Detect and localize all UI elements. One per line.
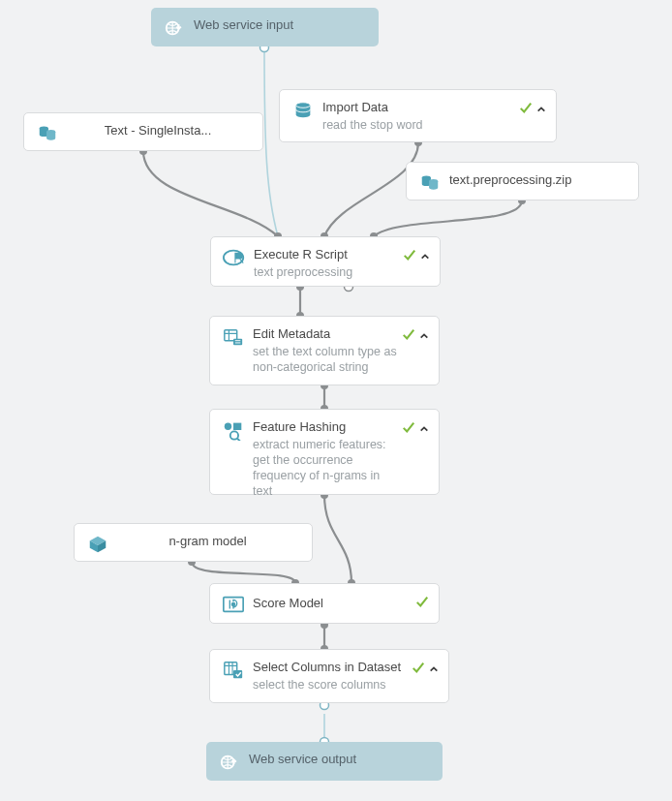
node-title: Select Columns in Dataset — [253, 659, 408, 676]
node-title: Feature Hashing — [253, 418, 398, 436]
node-feature-hashing[interactable]: Feature Hashing extract numeric features… — [209, 409, 440, 495]
chevron-up-icon[interactable] — [429, 662, 439, 672]
globe-out-icon — [216, 751, 243, 773]
node-subtitle: select the score columns — [253, 677, 408, 693]
node-title: text.preprocessing.zip — [449, 171, 625, 189]
node-import-data[interactable]: Import Data read the stop word — [279, 89, 557, 142]
node-select-columns[interactable]: Select Columns in Dataset select the sco… — [209, 649, 449, 703]
cube-icon — [84, 533, 111, 555]
edit-metadata-icon — [220, 325, 247, 348]
node-title: Execute R Script — [254, 246, 399, 263]
dataset-icon — [416, 171, 443, 194]
check-icon — [519, 101, 533, 114]
svg-rect-29 — [233, 339, 242, 345]
node-subtitle: text preprocessing — [254, 264, 399, 280]
node-title: n-gram model — [117, 533, 298, 550]
chevron-up-icon[interactable] — [536, 103, 546, 112]
globe-in-icon — [161, 16, 188, 39]
node-text-single-instance[interactable]: Text - SingleInsta... — [23, 112, 263, 151]
svg-point-34 — [231, 602, 236, 607]
experiment-canvas: Web service input Text - SingleInsta... … — [0, 0, 672, 801]
chevron-up-icon[interactable] — [420, 250, 430, 260]
check-icon — [403, 248, 416, 262]
node-web-service-output[interactable]: Web service output — [206, 742, 443, 781]
svg-point-30 — [225, 423, 231, 430]
check-icon — [402, 420, 415, 434]
node-title: Web service input — [194, 16, 365, 34]
node-web-service-input[interactable]: Web service input — [151, 8, 379, 46]
select-columns-icon — [220, 659, 247, 681]
svg-point-32 — [230, 431, 238, 439]
node-execute-r-script[interactable]: Execute R Script text preprocessing — [210, 236, 441, 287]
node-edit-metadata[interactable]: Edit Metadata set the text column type a… — [209, 316, 440, 385]
dataset-icon — [34, 122, 61, 144]
check-icon — [412, 661, 425, 674]
node-subtitle: read the stop word — [322, 117, 515, 133]
r-script-icon — [221, 246, 248, 268]
node-score-model[interactable]: Score Model — [209, 583, 440, 624]
node-title: Import Data — [322, 99, 515, 116]
svg-rect-36 — [233, 670, 242, 678]
chevron-up-icon[interactable] — [419, 422, 429, 432]
score-model-icon — [220, 593, 247, 615]
chevron-up-icon[interactable] — [419, 329, 429, 339]
node-subtitle: extract numeric features: get the occurr… — [253, 437, 398, 499]
svg-rect-31 — [233, 423, 241, 430]
feature-hashing-icon — [220, 418, 247, 441]
node-subtitle: set the text column type as non-categori… — [253, 344, 398, 375]
check-icon — [402, 327, 415, 341]
node-ngram-model[interactable]: n-gram model — [74, 523, 313, 562]
check-icon — [415, 595, 429, 608]
node-title: Edit Metadata — [253, 325, 398, 343]
db-cylinder-icon — [290, 99, 317, 121]
node-title: Text - SingleInsta... — [67, 122, 249, 139]
node-title: Web service output — [249, 751, 429, 768]
node-text-preprocessing-zip[interactable]: text.preprocessing.zip — [406, 162, 639, 200]
node-title: Score Model — [253, 593, 412, 612]
